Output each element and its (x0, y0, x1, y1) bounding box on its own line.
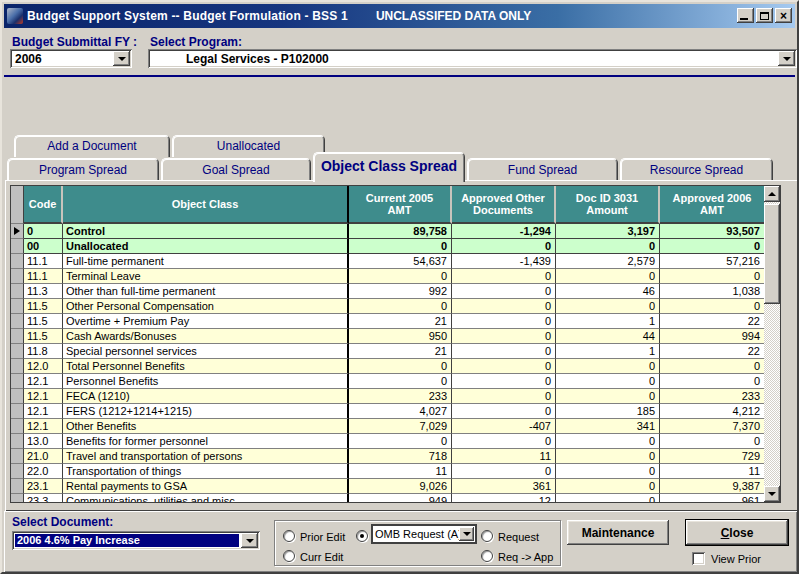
cell-doc-id-3031-amount[interactable]: 0 (556, 434, 660, 449)
cell-approved-other-documents[interactable]: 0 (452, 359, 556, 374)
cell-approved-2006-amt[interactable]: 1,038 (660, 284, 764, 299)
cell-doc-id-3031-amount[interactable]: 46 (556, 284, 660, 299)
cell-approved-other-documents[interactable]: 0 (452, 299, 556, 314)
cell-current-2005-amt[interactable]: 0 (349, 269, 452, 284)
cell-code[interactable]: 11.3 (24, 284, 63, 299)
cell-code[interactable]: 12.1 (24, 374, 63, 389)
row-selector[interactable] (11, 344, 24, 359)
row-selector[interactable] (11, 269, 24, 284)
cell-object-class[interactable]: Communications, utilities and misc (63, 494, 349, 503)
cell-approved-2006-amt[interactable]: 0 (660, 434, 764, 449)
cell-approved-2006-amt[interactable]: 233 (660, 389, 764, 404)
radio-request[interactable] (481, 530, 493, 542)
cell-approved-other-documents[interactable]: 0 (452, 464, 556, 479)
cell-approved-2006-amt[interactable]: 93,507 (660, 224, 764, 239)
grid-row[interactable]: 11.3Other than full-time permanent992046… (11, 284, 764, 299)
cell-object-class[interactable]: Personnel Benefits (63, 374, 349, 389)
row-selector[interactable] (11, 464, 24, 479)
cell-current-2005-amt[interactable]: 950 (349, 329, 452, 344)
cell-current-2005-amt[interactable]: 11 (349, 464, 452, 479)
grid-row[interactable]: 11.1Terminal Leave0000 (11, 269, 764, 284)
cell-doc-id-3031-amount[interactable]: 0 (556, 269, 660, 284)
cell-approved-2006-amt[interactable]: 729 (660, 449, 764, 464)
close-window-button[interactable]: × (775, 8, 792, 23)
cell-doc-id-3031-amount[interactable]: 0 (556, 464, 660, 479)
cell-code[interactable]: 12.1 (24, 404, 63, 419)
grid-row[interactable]: 11.5Other Personal Compensation0000 (11, 299, 764, 314)
cell-object-class[interactable]: Other than full-time permanent (63, 284, 349, 299)
cell-approved-2006-amt[interactable]: 9,387 (660, 479, 764, 494)
cell-object-class[interactable]: Transportation of things (63, 464, 349, 479)
row-selector[interactable] (11, 254, 24, 269)
grid-row[interactable]: 12.1Personnel Benefits0000 (11, 374, 764, 389)
grid-row[interactable]: 12.1FECA (1210)23300233 (11, 389, 764, 404)
cell-doc-id-3031-amount[interactable]: 185 (556, 404, 660, 419)
cell-doc-id-3031-amount[interactable]: 0 (556, 494, 660, 503)
cell-approved-2006-amt[interactable]: 961 (660, 494, 764, 503)
grid-row[interactable]: 12.0Total Personnel Benefits0000 (11, 359, 764, 374)
cell-code[interactable]: 21.0 (24, 449, 63, 464)
row-selector[interactable] (11, 404, 24, 419)
row-selector[interactable] (11, 374, 24, 389)
cell-object-class[interactable]: Special personnel services (63, 344, 349, 359)
cell-approved-2006-amt[interactable]: 7,370 (660, 419, 764, 434)
cell-approved-other-documents[interactable]: 0 (452, 389, 556, 404)
cell-object-class[interactable]: Total Personnel Benefits (63, 359, 349, 374)
cell-current-2005-amt[interactable]: 54,637 (349, 254, 452, 269)
cell-approved-other-documents[interactable]: 361 (452, 479, 556, 494)
cell-object-class[interactable]: FERS (1212+1214+1215) (63, 404, 349, 419)
cell-approved-other-documents[interactable]: 11 (452, 449, 556, 464)
cell-current-2005-amt[interactable]: 0 (349, 359, 452, 374)
row-selector[interactable] (11, 434, 24, 449)
cell-object-class[interactable]: Terminal Leave (63, 269, 349, 284)
cell-object-class[interactable]: Overtime + Premium Pay (63, 314, 349, 329)
cell-code[interactable]: 11.5 (24, 299, 63, 314)
cell-approved-2006-amt[interactable]: 0 (660, 269, 764, 284)
row-selector[interactable] (11, 479, 24, 494)
row-selector[interactable] (11, 389, 24, 404)
cell-approved-other-documents[interactable]: -1,294 (452, 224, 556, 239)
cell-code[interactable]: 12.1 (24, 389, 63, 404)
cell-approved-2006-amt[interactable]: 22 (660, 314, 764, 329)
row-selector[interactable] (11, 299, 24, 314)
scroll-up-button[interactable] (764, 186, 780, 202)
cell-object-class[interactable]: Travel and transportation of persons (63, 449, 349, 464)
radio-prior-edit[interactable] (283, 530, 295, 542)
row-selector[interactable] (11, 224, 24, 239)
cell-object-class[interactable]: Full-time permanent (63, 254, 349, 269)
cell-doc-id-3031-amount[interactable]: 44 (556, 329, 660, 344)
cell-code[interactable]: 11.1 (24, 269, 63, 284)
cell-code[interactable]: 13.0 (24, 434, 63, 449)
cell-approved-2006-amt[interactable]: 994 (660, 329, 764, 344)
cell-approved-other-documents[interactable]: 0 (452, 269, 556, 284)
column-header-doc-id[interactable]: Doc ID 3031 Amount (556, 186, 660, 224)
cell-approved-other-documents[interactable]: 0 (452, 374, 556, 389)
cell-approved-2006-amt[interactable]: 0 (660, 299, 764, 314)
grid-row[interactable]: 13.0Benefits for former personnel0000 (11, 434, 764, 449)
cell-object-class[interactable]: Cash Awards/Bonuses (63, 329, 349, 344)
fy-dropdown-button[interactable] (113, 51, 130, 66)
cell-current-2005-amt[interactable]: 233 (349, 389, 452, 404)
column-header-code[interactable]: Code (24, 186, 63, 224)
cell-doc-id-3031-amount[interactable]: 0 (556, 359, 660, 374)
cell-approved-other-documents[interactable]: 0 (452, 314, 556, 329)
cell-doc-id-3031-amount[interactable]: 2,579 (556, 254, 660, 269)
cell-object-class[interactable]: Unallocated (63, 239, 349, 254)
omb-dropdown-button[interactable] (459, 527, 474, 541)
cell-current-2005-amt[interactable]: 4,027 (349, 404, 452, 419)
grid-row[interactable]: 0Control89,758-1,2943,19793,507 (11, 224, 764, 239)
cell-code[interactable]: 22.0 (24, 464, 63, 479)
omb-request-combobox[interactable]: OMB Request (A) (371, 524, 477, 544)
grid-row[interactable]: 23.1Rental payments to GSA9,02636109,387 (11, 479, 764, 494)
row-selector[interactable] (11, 239, 24, 254)
column-header-approved-2006[interactable]: Approved 2006 AMT (660, 186, 764, 224)
grid-row[interactable]: 21.0Travel and transportation of persons… (11, 449, 764, 464)
scroll-down-button[interactable] (764, 486, 780, 502)
cell-doc-id-3031-amount[interactable]: 3,197 (556, 224, 660, 239)
select-document-dropdown-button[interactable] (241, 533, 258, 548)
minimize-button[interactable] (737, 8, 754, 23)
cell-doc-id-3031-amount[interactable]: 0 (556, 374, 660, 389)
cell-object-class[interactable]: Other Personal Compensation (63, 299, 349, 314)
cell-doc-id-3031-amount[interactable]: 1 (556, 314, 660, 329)
cell-current-2005-amt[interactable]: 0 (349, 299, 452, 314)
